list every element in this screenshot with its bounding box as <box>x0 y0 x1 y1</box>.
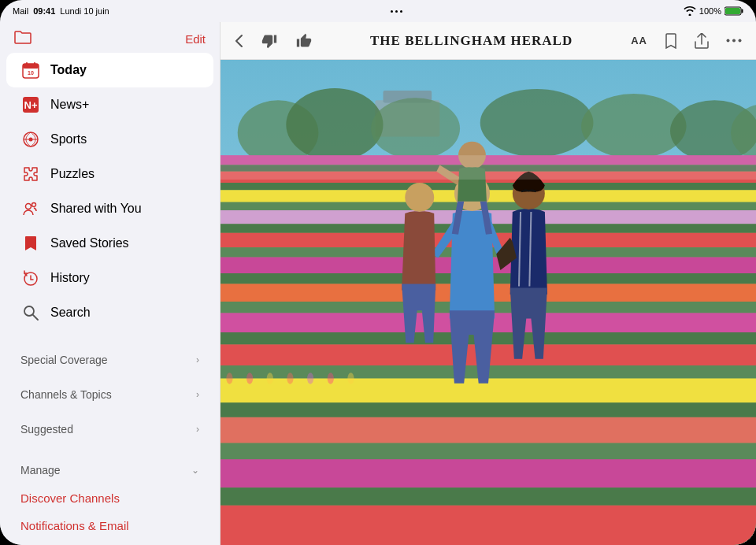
channels-topics-header[interactable]: Channels & Topics › <box>6 380 213 409</box>
article-image <box>220 60 756 545</box>
sidebar-item-history[interactable]: History <box>6 261 213 295</box>
suggested-section: Suggested › <box>0 412 220 447</box>
sidebar-nav: 10 Today N+ News+ <box>0 53 220 336</box>
back-button[interactable] <box>232 32 246 50</box>
svg-point-20 <box>739 39 742 43</box>
shared-label: Shared with You <box>50 202 142 216</box>
sidebar: Edit 10 Today <box>0 22 220 545</box>
svg-rect-52 <box>220 417 756 443</box>
special-coverage-header[interactable]: Special Coverage › <box>6 346 213 374</box>
svg-point-19 <box>732 39 736 43</box>
svg-point-27 <box>480 89 594 157</box>
puzzles-label: Puzzles <box>50 167 94 181</box>
dislike-button[interactable] <box>258 30 280 52</box>
main-area: Edit 10 Today <box>0 22 756 545</box>
folder-icon <box>14 30 32 48</box>
notifications-email-link[interactable]: Notifications & Email <box>6 512 213 539</box>
channels-topics-label: Channels & Topics <box>20 388 112 401</box>
svg-rect-37 <box>220 202 756 210</box>
svg-point-62 <box>328 373 334 384</box>
manage-label: Manage <box>20 464 61 476</box>
status-right: 100% <box>684 6 743 16</box>
svg-point-12 <box>29 138 33 142</box>
svg-point-63 <box>347 373 354 384</box>
manage-header[interactable]: Manage ⌄ <box>6 456 213 484</box>
sidebar-item-sports[interactable]: Sports <box>6 122 213 157</box>
channels-topics-chevron: › <box>196 389 199 400</box>
svg-point-16 <box>24 306 34 316</box>
svg-point-57 <box>226 373 232 384</box>
bookmark-button[interactable] <box>662 30 680 52</box>
sports-label: Sports <box>50 132 87 146</box>
active-app-label: Mail <box>13 6 28 16</box>
suggested-label: Suggested <box>20 423 73 436</box>
history-label: History <box>50 271 90 285</box>
svg-rect-53 <box>220 443 756 460</box>
svg-text:10: 10 <box>28 70 34 76</box>
special-coverage-section: Special Coverage › <box>0 343 220 377</box>
sidebar-item-today[interactable]: 10 Today <box>6 53 213 87</box>
manage-section: Manage ⌄ Discover Channels Notifications… <box>0 453 220 545</box>
toolbar-right: AA <box>628 30 745 52</box>
sidebar-item-newsplus[interactable]: N+ News+ <box>6 87 213 122</box>
svg-rect-51 <box>220 402 756 417</box>
discover-channels-link[interactable]: Discover Channels <box>6 484 213 512</box>
suggested-chevron: › <box>196 424 199 435</box>
svg-point-13 <box>26 204 32 209</box>
channels-topics-section: Channels & Topics › <box>0 377 220 412</box>
today-label: Today <box>50 63 87 77</box>
svg-line-17 <box>33 315 38 320</box>
sidebar-header: Edit <box>0 22 220 53</box>
special-coverage-label: Special Coverage <box>20 354 108 366</box>
svg-point-58 <box>246 373 253 384</box>
svg-rect-1 <box>742 9 743 13</box>
shared-icon <box>20 198 41 219</box>
special-coverage-chevron: › <box>196 354 199 365</box>
saved-label: Saved Stories <box>50 236 129 250</box>
newsplus-label: News+ <box>50 98 89 112</box>
sports-icon <box>20 129 41 150</box>
like-button[interactable] <box>293 30 315 52</box>
font-size-button[interactable]: AA <box>628 32 650 50</box>
font-size-label: AA <box>631 35 647 46</box>
svg-point-28 <box>581 94 686 158</box>
svg-rect-2 <box>725 8 740 14</box>
sidebar-item-puzzles[interactable]: Puzzles <box>6 157 213 191</box>
content-pane: The Bellingham Herald AA <box>220 22 756 545</box>
toolbar-left <box>232 30 315 52</box>
svg-rect-54 <box>220 459 756 488</box>
search-label: Search <box>50 306 91 320</box>
status-dots <box>391 10 402 13</box>
battery-icon <box>724 6 743 16</box>
svg-rect-55 <box>220 488 756 506</box>
article-photo <box>220 60 756 545</box>
svg-point-18 <box>727 39 730 43</box>
svg-rect-5 <box>26 62 28 65</box>
status-time: 09:41 <box>33 6 55 16</box>
svg-text:N+: N+ <box>24 99 38 111</box>
saved-icon <box>20 233 41 254</box>
manage-links: Discover Channels Notifications & Email … <box>0 484 220 545</box>
article-toolbar: The Bellingham Herald AA <box>220 22 756 60</box>
svg-point-25 <box>286 88 383 161</box>
sidebar-item-search[interactable]: Search <box>6 295 213 330</box>
history-icon <box>20 268 41 288</box>
manage-chevron: ⌄ <box>191 465 199 476</box>
sidebar-item-shared[interactable]: Shared with You <box>6 191 213 226</box>
today-icon: 10 <box>20 60 41 80</box>
newsplus-icon: N+ <box>20 95 41 115</box>
wifi-icon <box>684 6 696 16</box>
battery-level: 100% <box>699 6 721 16</box>
family-sharing-link[interactable]: Family Sharing <box>6 539 213 545</box>
svg-point-14 <box>32 203 36 207</box>
svg-point-60 <box>287 373 293 384</box>
more-button[interactable] <box>723 35 745 46</box>
svg-rect-70 <box>220 155 756 180</box>
edit-button[interactable]: Edit <box>185 32 206 46</box>
puzzles-icon <box>20 164 41 184</box>
sidebar-item-saved[interactable]: Saved Stories <box>6 226 213 261</box>
search-icon <box>20 302 41 323</box>
suggested-header[interactable]: Suggested › <box>6 415 213 443</box>
share-button[interactable] <box>691 30 712 52</box>
status-left: Mail 09:41 Lundi 10 juin <box>13 6 109 16</box>
